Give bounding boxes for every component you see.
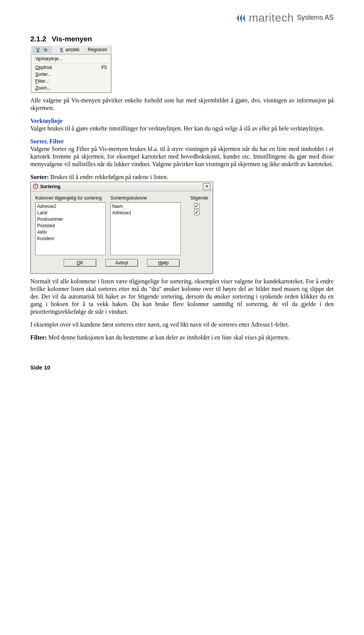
menu-item-oppfrisk[interactable]: OppfriskF5 (31, 64, 111, 71)
section-heading: 2.1.2Vis-menyen (30, 35, 334, 43)
list-item[interactable]: Aktiv (37, 229, 104, 236)
logo-suffix: Systems AS (297, 14, 334, 22)
help-button[interactable]: Hjelp (147, 259, 180, 267)
sorter-label: Sorter: (30, 174, 49, 180)
list-item[interactable]: Adresse2 (37, 203, 104, 210)
close-icon[interactable]: ✕ (203, 183, 210, 190)
col-left-label: Kolonner tilgjengelig for sortering (35, 195, 106, 201)
paragraph-example: I eksemplet over vil kundene først sorte… (30, 321, 334, 329)
paragraph-sorter-filter: Valgene Sorter og Filter på Vis-menyen b… (30, 145, 334, 168)
ok-button[interactable]: OK (64, 259, 96, 267)
menu-item-verktoylinje[interactable]: Verktøylinje... (31, 55, 111, 62)
page-footer: Side 10 (30, 364, 334, 371)
section-number: 2.1.2 (30, 35, 46, 43)
subheading-verktoylinje: Verktøylinje (30, 117, 334, 125)
cancel-button[interactable]: Avbryt (105, 259, 138, 267)
paragraph-sorter-lead: Sorter: Brukes til å endre rekkefølgen p… (30, 173, 334, 181)
menu-separator (33, 63, 109, 63)
menu-item-zoom[interactable]: Zoom... (31, 85, 111, 91)
col-right-label: Stigende (185, 195, 208, 201)
list-item[interactable]: Adresse1 (112, 210, 179, 216)
menu-bar-vis[interactable]: Vis (32, 46, 52, 53)
sortering-dialog: Sortering ✕ Kolonner tilgjengelig for so… (30, 182, 213, 274)
section-title: Vis-menyen (52, 35, 92, 43)
ascending-checkbox[interactable] (194, 203, 199, 209)
menu-item-sorter[interactable]: Sorter... (31, 71, 111, 78)
svg-marker-2 (243, 14, 245, 22)
subheading-sorter-filter: Sorter, Filter (30, 138, 334, 145)
list-item[interactable]: Navn (112, 203, 179, 210)
vis-menu-screenshot: Vis Kartotek Registreri Verktøylinje... … (30, 46, 111, 93)
sort-columns-listbox[interactable]: Navn Adresse1 (110, 202, 181, 255)
paragraph-filter: Filter: Med denne funksjonen kan du best… (30, 334, 334, 341)
dialog-titlebar: Sortering ✕ (31, 182, 213, 192)
col-mid-label: Sorteringskolonne (110, 195, 181, 201)
paragraph-verktoylinje: Valget brukes til å gjøre enkelte innsti… (30, 125, 334, 132)
list-item[interactable]: Land (37, 210, 104, 216)
svg-marker-0 (237, 14, 239, 22)
list-item[interactable]: Postnummer (37, 216, 104, 223)
logo-brand: maritech (249, 11, 294, 24)
filter-label: Filter: (30, 334, 47, 341)
menu-bar-registreri[interactable]: Registreri (85, 46, 109, 53)
header-logo: maritech Systems AS (30, 11, 334, 24)
maritech-logo-icon (236, 13, 247, 23)
available-columns-listbox[interactable]: Adresse2 Land Postnummer Poststed Aktiv … (35, 202, 106, 255)
ascending-checks (185, 202, 208, 255)
menu-bar: Vis Kartotek Registreri (30, 46, 111, 54)
dialog-icon (33, 184, 38, 190)
dialog-title: Sortering (40, 184, 60, 189)
list-item[interactable]: Kundenr (37, 236, 104, 242)
ascending-checkbox[interactable] (194, 210, 199, 215)
paragraph-dialog-explain: Normalt vil alle kolonnene i listen være… (30, 278, 334, 316)
svg-marker-1 (240, 14, 242, 23)
menu-dropdown: Verktøylinje... OppfriskF5 Sorter... Fil… (31, 54, 111, 93)
paragraph-intro: Alle valgene på Vis-menyen påvirker enke… (30, 97, 334, 112)
list-item[interactable]: Poststed (37, 223, 104, 229)
menu-bar-kartotek[interactable]: Kartotek (56, 46, 82, 53)
menu-item-filter[interactable]: Filter... (31, 78, 111, 85)
